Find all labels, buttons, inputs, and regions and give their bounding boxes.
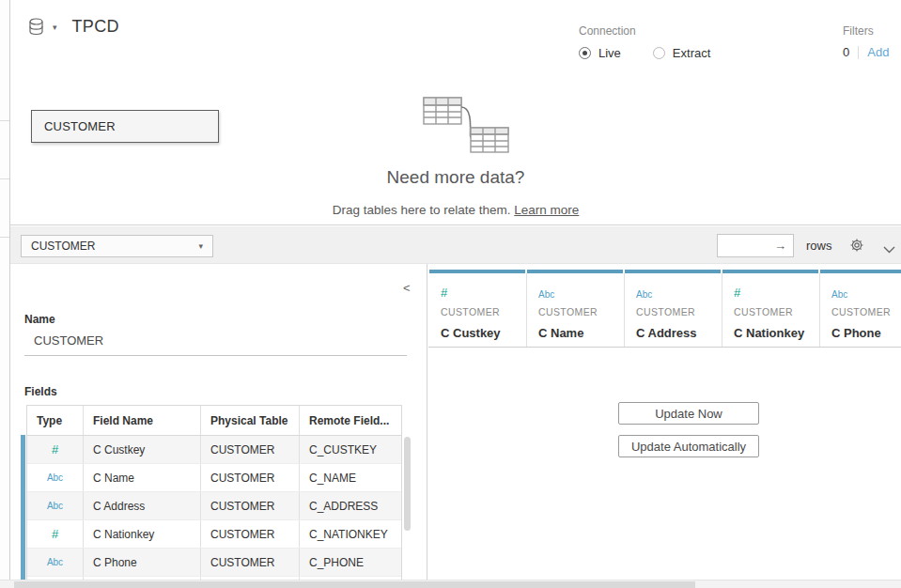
arrow-right-icon[interactable]: → (774, 239, 786, 253)
column-table-name: CUSTOMER (538, 306, 624, 317)
field-name-cell: C Phone (84, 549, 201, 576)
grid-column-c-nationkey[interactable]: # CUSTOMER C Nationkey (722, 270, 820, 347)
type-number-icon: # (734, 285, 819, 300)
relationship-canvas: ▾ TPCD Connection Live Extract Filters 0 (10, 0, 901, 225)
column-table-name: CUSTOMER (636, 306, 722, 317)
divider (858, 46, 859, 59)
database-menu-caret-icon[interactable]: ▾ (53, 23, 57, 32)
remote-field-cell: C_ADDRESS (300, 492, 403, 519)
field-name-cell: C Nationkey (84, 520, 201, 548)
grid-column-c-address[interactable]: Abc CUSTOMER C Address (625, 270, 722, 347)
table-selector-value: CUSTOMER (31, 240, 95, 253)
update-now-button[interactable]: Update Now (618, 402, 759, 425)
column-field-name: C Custkey (441, 326, 526, 340)
empty-state-hint: Drag tables here to relate them. Learn m… (10, 203, 901, 217)
canvas-table-customer[interactable]: CUSTOMER (31, 110, 219, 143)
pane-divider (0, 178, 9, 179)
field-name-cell: C Name (84, 464, 201, 491)
collapse-panel-chevron[interactable]: < (403, 281, 411, 295)
filters-label: Filters (843, 24, 889, 38)
type-string-icon: Abc (27, 549, 84, 576)
connection-label: Connection (579, 24, 710, 38)
type-number-icon: # (27, 520, 84, 548)
column-field-name: C Address (636, 326, 722, 340)
physical-table-cell: CUSTOMER (201, 520, 300, 548)
column-table-name: CUSTOMER (734, 306, 819, 317)
col-header-physical-table: Physical Table (201, 406, 300, 435)
gear-icon[interactable] (849, 238, 864, 256)
radio-live[interactable]: Live (579, 46, 621, 60)
type-number-icon: # (27, 436, 84, 463)
empty-state-hint-text: Drag tables here to relate them. (333, 203, 515, 217)
type-string-icon: Abc (27, 492, 84, 519)
collapsed-left-pane[interactable] (0, 0, 10, 588)
field-name-cell: C Custkey (84, 436, 201, 463)
collapse-grid-chevron-icon[interactable] (883, 240, 895, 257)
grid-header-border (428, 347, 901, 348)
table-selector-dropdown[interactable]: CUSTOMER ▾ (21, 235, 213, 257)
remote-field-cell: C_NATIONKEY (300, 520, 403, 548)
radio-live-icon[interactable] (579, 47, 591, 59)
table-row[interactable]: # C Nationkey CUSTOMER C_NATIONKEY (27, 520, 401, 549)
type-string-icon: Abc (831, 285, 901, 300)
physical-table-cell: CUSTOMER (201, 549, 300, 576)
connection-section: Connection Live Extract (579, 24, 710, 60)
horizontal-scrollbar-thumb[interactable] (14, 581, 695, 588)
field-name-cell: C Address (84, 492, 201, 519)
remote-field-cell: C_CUSTKEY (300, 436, 403, 463)
empty-state-title: Need more data? (10, 167, 901, 188)
grid-column-c-phone[interactable]: Abc CUSTOMER C Phone (820, 270, 901, 347)
database-icon[interactable] (28, 18, 44, 36)
grid-column-c-name[interactable]: Abc CUSTOMER C Name (527, 270, 625, 347)
col-header-remote-field: Remote Field... (300, 406, 403, 435)
fields-table-scrollbar[interactable] (404, 437, 411, 531)
row-limit-input[interactable] (722, 240, 774, 253)
physical-table-cell: CUSTOMER (201, 492, 300, 519)
radio-extract[interactable]: Extract (653, 46, 710, 60)
column-table-name: CUSTOMER (441, 306, 526, 317)
type-number-icon: # (441, 285, 526, 300)
grid-column-c-custkey[interactable]: # CUSTOMER C Custkey (429, 270, 527, 347)
radio-extract-icon[interactable] (653, 47, 665, 59)
data-preview-grid: # CUSTOMER C Custkey Abc CUSTOMER C Name… (427, 264, 901, 580)
row-limit-box[interactable]: → (717, 234, 794, 257)
fields-table-header: Type Field Name Physical Table Remote Fi… (27, 406, 401, 436)
rows-label: rows (806, 239, 831, 253)
learn-more-link[interactable]: Learn more (514, 203, 579, 217)
column-field-name: C Name (538, 326, 624, 340)
table-details-panel: < Name CUSTOMER Fields Type Field Name P… (10, 264, 427, 580)
fields-label: Fields (24, 385, 57, 398)
table-row[interactable]: # C Custkey CUSTOMER C_CUSTKEY (27, 436, 401, 464)
filters-section: Filters 0 Add (843, 24, 889, 59)
relate-tables-icon (416, 92, 510, 160)
physical-table-cell: CUSTOMER (201, 436, 300, 463)
horizontal-scrollbar[interactable] (0, 580, 901, 588)
radio-live-label[interactable]: Live (598, 46, 621, 60)
table-row[interactable]: Abc C Name CUSTOMER C_NAME (27, 464, 401, 492)
remote-field-cell: C_NAME (300, 464, 403, 491)
datasource-title-row: ▾ TPCD (28, 17, 119, 37)
type-string-icon: Abc (27, 464, 84, 491)
filters-count: 0 (843, 45, 849, 59)
remote-field-cell: C_PHONE (300, 549, 403, 576)
name-label: Name (24, 313, 55, 326)
physical-table-cell: CUSTOMER (201, 464, 300, 491)
table-row[interactable]: Abc C Phone CUSTOMER C_PHONE (27, 549, 401, 577)
type-string-icon: Abc (636, 285, 722, 300)
table-row[interactable]: Abc C Address CUSTOMER C_ADDRESS (27, 492, 401, 520)
column-table-name: CUSTOMER (831, 306, 901, 317)
type-string-icon: Abc (538, 285, 624, 300)
tableau-datasource-page: ▾ TPCD Connection Live Extract Filters 0 (0, 0, 901, 588)
radio-extract-label[interactable]: Extract (673, 46, 710, 60)
chevron-down-icon: ▾ (198, 241, 203, 251)
column-field-name: C Phone (831, 326, 901, 340)
update-automatically-button[interactable]: Update Automatically (618, 435, 759, 457)
col-header-field-name: Field Name (84, 406, 201, 435)
filters-add-link[interactable]: Add (867, 45, 889, 59)
column-field-name: C Nationkey (734, 326, 819, 340)
datasource-title: TPCD (72, 17, 119, 37)
name-input[interactable]: CUSTOMER (24, 328, 407, 356)
pane-divider (0, 120, 9, 121)
pane-divider (0, 237, 9, 238)
row-selection-bar (21, 435, 25, 580)
